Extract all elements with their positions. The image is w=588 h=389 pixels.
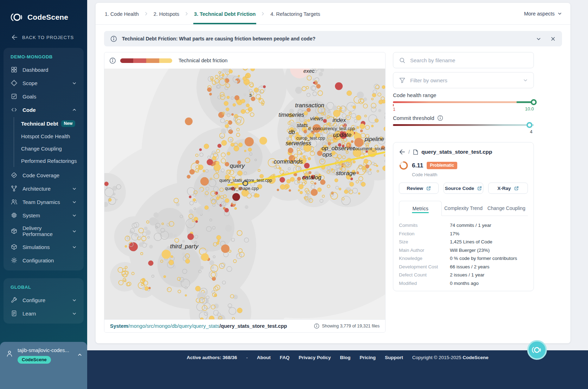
search-input[interactable]: [410, 57, 528, 63]
commit-threshold-handle[interactable]: [526, 122, 532, 128]
chevron-down-icon[interactable]: [72, 229, 77, 234]
footer-link-support[interactable]: Support: [385, 355, 403, 360]
sidebar-item-scope[interactable]: Scope: [7, 76, 80, 90]
metric-label: Main Author: [399, 248, 450, 253]
scope-icon: [11, 79, 18, 87]
chevron-down-icon[interactable]: [72, 200, 77, 204]
metric-row: Friction17%: [399, 230, 528, 238]
sidebar-item-goals[interactable]: Goals: [7, 90, 80, 103]
code-health-range-slider[interactable]: 1: [393, 101, 534, 103]
tab-complexity-trend[interactable]: Complexity Trend: [442, 201, 485, 216]
user-card[interactable]: tajib-smajlovic-codes... CodeScene: [0, 342, 87, 389]
friction-bubble-chart[interactable]: execstransactiontimeseriesviewsindexstat…: [104, 69, 386, 319]
sidebar-subitem-technical-debt[interactable]: Technical DebtNew: [14, 117, 80, 130]
tab-change-coupling[interactable]: Change Coupling: [485, 201, 528, 216]
sidebar-item-label: Configure: [22, 297, 45, 303]
sidebar-item-configuration[interactable]: Configuration: [7, 254, 80, 267]
legend-segment: [159, 58, 172, 63]
chevron-up-icon[interactable]: [72, 108, 77, 112]
banner-close-icon[interactable]: [550, 36, 556, 42]
metric-label: Friction: [399, 231, 450, 236]
sidebar-item-dashboard[interactable]: Dashboard: [7, 63, 80, 76]
sidebar-item-simulations[interactable]: Simulations: [7, 240, 80, 254]
sidebar-item-label: Code: [22, 107, 36, 113]
tab-metrics[interactable]: Metrics: [399, 201, 442, 216]
filter-chevron-down-icon[interactable]: [523, 78, 528, 83]
chevron-down-icon[interactable]: [72, 311, 77, 316]
sidebar-subitem-hotspot-code-health[interactable]: Hotspot Code Health: [14, 130, 80, 142]
code-health-range-handle[interactable]: [531, 99, 537, 105]
delivery-icon: [11, 228, 18, 235]
code-health-status-badge: Problematic: [427, 162, 457, 169]
metric-row: Modified0 months ago: [399, 279, 528, 288]
chevron-down-icon[interactable]: [72, 298, 77, 302]
owner-filter[interactable]: [393, 72, 534, 88]
tab-label: Complexity Trend: [444, 205, 483, 211]
sidebar-item-learn[interactable]: Learn: [7, 307, 80, 320]
svg-text:storage: storage: [336, 170, 356, 177]
commit-threshold-value: 4: [393, 129, 534, 134]
footer-link-faq[interactable]: FAQ: [280, 355, 290, 360]
sidebar-item-label: Configuration: [22, 257, 54, 263]
sidebar-item-label: Learn: [22, 311, 36, 317]
footer-link-pricing[interactable]: Pricing: [360, 355, 376, 360]
source-code-button[interactable]: Source Code: [444, 183, 483, 194]
chevron-down-icon[interactable]: [72, 213, 77, 218]
sidebar-item-label: Scope: [22, 80, 38, 86]
back-to-projects-link[interactable]: BACK TO PROJECTS: [0, 23, 87, 40]
active-tab-indicator: [412, 212, 429, 213]
footer-link-about[interactable]: About: [257, 355, 271, 360]
sidebar-subitem-performed-refactorings[interactable]: Performed Refactorings: [14, 155, 80, 167]
sidebar-subitem-change-coupling[interactable]: Change Coupling: [14, 142, 80, 155]
chevron-down-icon[interactable]: [72, 81, 77, 85]
step-tab-4[interactable]: 4. Refactoring Targets: [270, 3, 321, 24]
sidebar-item-code-coverage[interactable]: Code Coverage: [7, 168, 80, 182]
sidebar-item-team-dynamics[interactable]: Team Dynamics: [7, 195, 80, 209]
chevron-down-icon[interactable]: [72, 245, 77, 249]
footer-link-blog[interactable]: Blog: [340, 355, 350, 360]
metric-label: Defect Count: [399, 272, 450, 278]
code-health-score-ring: [399, 161, 408, 170]
sidebar-item-system[interactable]: System: [7, 209, 80, 222]
sidebar-item-code[interactable]: Code: [7, 103, 80, 116]
project-name-label: DEMO-MONGODB: [7, 52, 80, 63]
sidebar-item-label: Code Coverage: [22, 172, 59, 178]
metric-label: Modified: [399, 281, 450, 286]
chevron-down-icon[interactable]: [72, 186, 77, 191]
commit-threshold-slider[interactable]: [393, 124, 534, 126]
svg-text:exec: exec: [303, 69, 315, 74]
sidebar-subnav: Technical DebtNewHotspot Code HealthChan…: [14, 117, 80, 167]
path-directory-link[interactable]: /mongo/src/mongo/db/query/query_stats: [128, 323, 220, 329]
svg-text:query_stats_store_test.cpp: query_stats_store_test.cpp: [219, 178, 272, 183]
x-ray-button[interactable]: X-Ray: [488, 183, 528, 194]
simulations-icon: [11, 243, 18, 250]
sidebar-item-configure[interactable]: Configure: [7, 293, 80, 307]
person-icon: [6, 350, 13, 357]
back-arrow-icon[interactable]: [399, 149, 405, 155]
banner-collapse-icon[interactable]: [536, 36, 541, 42]
commit-threshold-info-icon[interactable]: [437, 115, 443, 121]
step-tab-1[interactable]: 1. Code Health: [104, 3, 140, 24]
step-tab-2[interactable]: 2. Hotspots: [153, 3, 180, 24]
search-box: [393, 52, 534, 68]
more-aspects-dropdown[interactable]: More aspects: [524, 11, 562, 17]
path-system-link[interactable]: System: [110, 323, 128, 329]
sidebar-item-delivery-performance[interactable]: Delivery Performance: [7, 222, 80, 240]
range-max-label: 10.0: [393, 106, 534, 111]
goals-icon: [11, 93, 18, 100]
banner-text: Technical Debt Friction: What parts are …: [122, 36, 316, 42]
owner-filter-input[interactable]: [410, 77, 518, 83]
footer-link-privacy-policy[interactable]: Privacy Policy: [299, 355, 331, 360]
sidebar-subitem-label: Performed Refactorings: [21, 158, 77, 164]
step-tab-3[interactable]: 3. Technical Debt Friction: [193, 3, 256, 24]
chat-widget-button[interactable]: [527, 340, 547, 360]
main-area: 1. Code Health2. Hotspots3. Technical De…: [87, 0, 588, 389]
metric-row: Main AuthorWill Buerger (23%): [399, 246, 528, 255]
chart-info-icon[interactable]: [109, 57, 116, 64]
review-button[interactable]: Review: [399, 183, 439, 194]
chevron-up-icon[interactable]: [77, 352, 82, 389]
sidebar-item-architecture[interactable]: Architecture: [7, 182, 80, 195]
sidebar-item-label: Goals: [22, 94, 36, 100]
metric-row: Development Cost66 issues / 2 years: [399, 263, 528, 271]
svg-text:query_shape.cpp: query_shape.cpp: [225, 186, 259, 191]
